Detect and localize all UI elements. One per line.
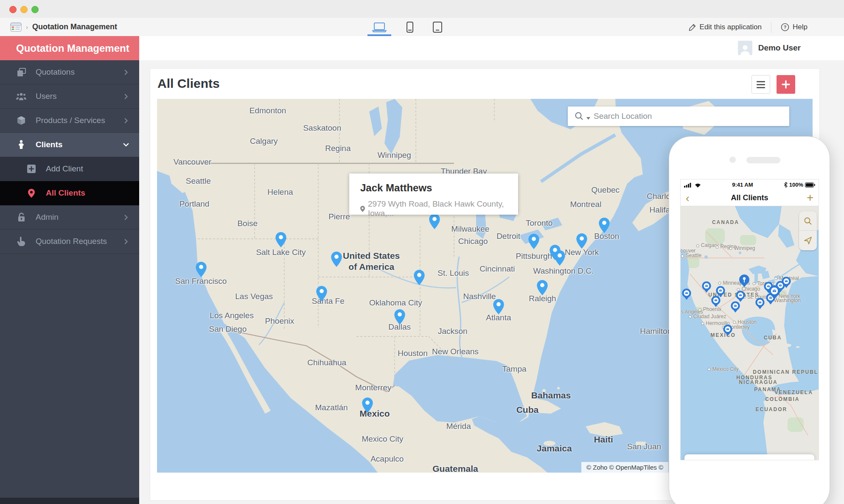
avatar	[738, 41, 752, 55]
search-location-input[interactable]	[593, 111, 782, 121]
map-attribution[interactable]: © Zoho © OpenMapTiles ©	[581, 462, 668, 473]
edit-application-button[interactable]: Edit this application	[689, 23, 762, 31]
sidebar-item-products-services[interactable]: Products / Services	[0, 109, 139, 133]
phone-map-pin-arizona[interactable]	[711, 295, 721, 309]
client-popup-address: 2979 Wyth Road, Black Hawk County, Iowa,…	[360, 199, 507, 218]
help-icon: ?	[781, 23, 789, 31]
close-window-button[interactable]	[9, 6, 17, 13]
application-window: › Quotation Management Edit this applica…	[0, 0, 844, 504]
search-icon[interactable]	[575, 112, 584, 121]
phone-back-button[interactable]: ‹	[686, 193, 690, 204]
phone-map-pin-salt-lake-city[interactable]	[702, 281, 712, 295]
phone-map-label: Mexico City	[708, 366, 739, 372]
sidebar-item-users[interactable]: Users	[0, 84, 139, 109]
laptop-icon	[372, 22, 387, 32]
sidebar-item-clients[interactable]: Clients	[0, 133, 139, 157]
phone-map-label: ECUADOR	[756, 406, 788, 413]
user-menu[interactable]: Demo User	[738, 41, 801, 55]
sidebar-item-quotations[interactable]: Quotations	[0, 60, 139, 84]
map-pin-washington-dc-b[interactable]	[554, 250, 565, 267]
phone-card-menu-button[interactable]: ···	[802, 458, 809, 460]
lock-icon	[16, 213, 26, 222]
map-pin-san-francisco[interactable]	[196, 262, 207, 279]
map-pin-boston[interactable]	[599, 218, 610, 235]
sidebar-item-label: Users	[36, 92, 57, 101]
sidebar-item-admin[interactable]: Admin	[0, 205, 139, 230]
phone-map-pin-dallas[interactable]	[736, 290, 746, 304]
sidebar-footer-strip	[0, 498, 139, 504]
battery-icon	[805, 182, 815, 188]
search-icon	[804, 217, 812, 225]
phone-map-pin-washington-dc[interactable]	[768, 285, 781, 302]
search-scope-caret-icon[interactable]	[586, 117, 590, 120]
phone-add-button[interactable]: +	[807, 192, 813, 204]
map-pin-mexico[interactable]	[362, 398, 373, 414]
phone-client-name: Jack Matthews	[690, 459, 809, 460]
phone-map-pin-chicago-selected[interactable]	[739, 274, 750, 290]
phone-speaker	[746, 157, 780, 163]
add-client-icon	[26, 165, 36, 173]
map-pin-pittsburgh[interactable]	[528, 234, 539, 251]
map-search-box	[568, 106, 789, 126]
sidebar-item-all-clients[interactable]: All Clients	[0, 181, 139, 205]
phone-map-controls	[799, 211, 817, 250]
sidebar-item-label: Add Client	[46, 164, 83, 174]
chevron-down-icon	[123, 142, 129, 148]
phone-map-pin-mexico[interactable]	[723, 324, 733, 338]
chevron-right-icon	[123, 215, 129, 220]
breadcrumb-app-name[interactable]: Quotation Management	[32, 22, 117, 31]
phone-mockup: 9:41 AM 100% ‹ All Clients +	[669, 136, 830, 504]
sidebar-item-label: Products / Services	[36, 116, 105, 125]
device-preview-toggle	[369, 18, 445, 36]
sidebar-item-add-client[interactable]: Add Client	[0, 157, 139, 181]
sidebar-item-quotation-requests[interactable]: Quotation Requests	[0, 230, 139, 254]
client-popup-name: Jack Matthews	[360, 182, 507, 194]
breadcrumb: › Quotation Management	[10, 18, 117, 36]
list-options-button[interactable]	[751, 75, 770, 94]
map-pin-salt-lake-city[interactable]	[275, 232, 286, 249]
map-pin-kansas[interactable]	[414, 270, 425, 287]
phone-preview-button[interactable]	[404, 18, 416, 36]
minimize-window-button[interactable]	[20, 6, 28, 13]
phone-map-pin-atlanta[interactable]	[755, 297, 765, 311]
clients-icon	[16, 140, 26, 149]
phone-map-canvas[interactable]: CANADACalgaryReginaWinnipegSeattleVancou…	[681, 206, 819, 460]
phone-camera	[729, 157, 736, 163]
phone-map-pin-boston[interactable]	[781, 276, 791, 290]
map-pin-raleigh[interactable]	[537, 280, 548, 297]
phone-map-label: Ciudad Juárez	[689, 314, 726, 319]
phone-map-search-button[interactable]	[799, 211, 817, 231]
laptop-preview-button[interactable]	[369, 18, 390, 36]
phone-map-locate-button[interactable]	[799, 231, 817, 250]
phone-page-title: All Clients	[681, 193, 819, 202]
map-pin-new-york[interactable]	[576, 233, 587, 250]
phone-map-label: CANADA	[712, 219, 739, 226]
phone-map-pin-san-francisco[interactable]	[681, 288, 691, 302]
top-menubar: › Quotation Management Edit this applica…	[0, 18, 844, 36]
tablet-preview-button[interactable]	[430, 18, 445, 36]
zoom-window-button[interactable]	[31, 6, 39, 13]
sidebar: Quotation Management QuotationsUsersProd…	[0, 36, 139, 504]
plus-icon	[782, 80, 790, 89]
products-icon	[16, 116, 26, 125]
sidebar-item-label: All Clients	[46, 188, 85, 198]
map-pin-atlanta[interactable]	[493, 299, 504, 316]
phone-map-label: VENEZUELA	[774, 389, 813, 396]
map-pin-dallas[interactable]	[394, 309, 405, 326]
sidebar-item-label: Quotation Requests	[36, 237, 107, 246]
map-pin-santa-fe[interactable]	[316, 286, 327, 303]
help-button[interactable]: ? Help	[781, 23, 808, 31]
map-pin-central-us[interactable]	[331, 252, 342, 269]
quotations-icon	[16, 68, 26, 77]
sidebar-item-label: Admin	[36, 213, 59, 222]
phone-map-label: NICARAGUA	[739, 379, 777, 386]
tablet-icon	[433, 22, 442, 33]
phone-map-label: Calgary	[696, 242, 718, 248]
app-icon[interactable]	[10, 22, 22, 32]
menubar-separator	[771, 22, 771, 33]
add-record-button[interactable]	[777, 75, 795, 94]
sidebar-item-label: Clients	[36, 140, 62, 149]
address-pin-icon	[360, 205, 365, 213]
phone-client-card[interactable]: Jack Matthews ··· 2979 Wyth Road, Black …	[684, 454, 814, 460]
chevron-right-icon	[123, 118, 129, 123]
